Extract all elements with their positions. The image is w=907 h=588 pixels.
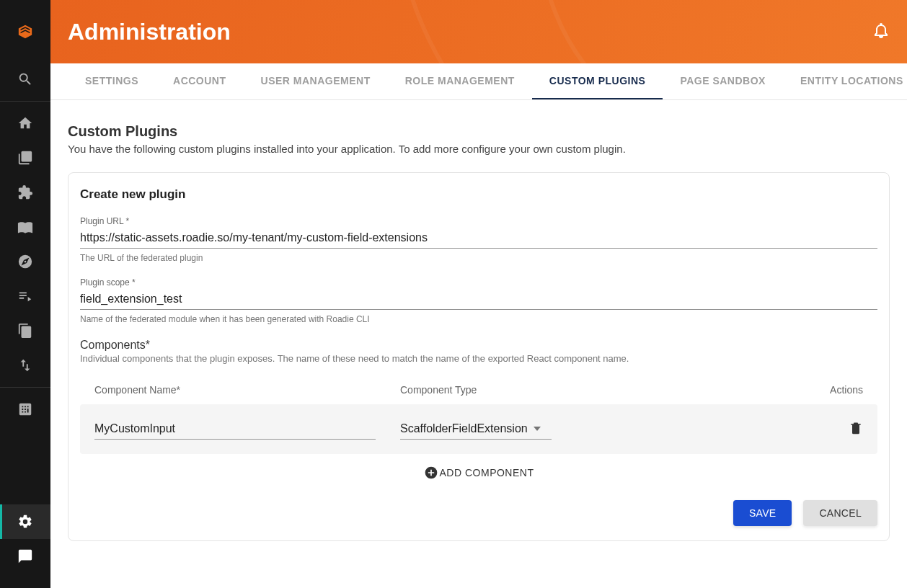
plugin-url-label: Plugin URL * <box>80 216 877 226</box>
delete-row-icon[interactable] <box>849 425 863 437</box>
component-row: ScaffolderFieldExtension <box>80 404 877 454</box>
playlist-icon[interactable] <box>0 279 50 313</box>
plugin-url-input[interactable] <box>80 228 877 249</box>
content: Custom Plugins You have the following cu… <box>50 100 907 588</box>
card-title: Create new plugin <box>80 187 877 202</box>
components-label: Components* <box>80 339 877 352</box>
tab-custom-plugins[interactable]: CUSTOM PLUGINS <box>532 63 663 99</box>
add-component-label: ADD COMPONENT <box>440 467 534 478</box>
col-name-header: Component Name* <box>94 384 400 396</box>
tabs: SETTINGS ACCOUNT USER MANAGEMENT ROLE MA… <box>50 63 907 100</box>
page-title: Custom Plugins <box>68 123 890 140</box>
component-name-input[interactable] <box>94 419 376 440</box>
save-button[interactable]: SAVE <box>733 500 792 526</box>
components-table-head: Component Name* Component Type Actions <box>80 375 877 404</box>
home-icon[interactable] <box>0 106 50 141</box>
components-help: Individual components that the plugin ex… <box>80 353 877 364</box>
component-type-select[interactable]: ScaffolderFieldExtension <box>400 419 552 440</box>
tab-entity-locations[interactable]: ENTITY LOCATIONS <box>783 63 907 99</box>
plugin-scope-input[interactable] <box>80 289 877 310</box>
explore-icon[interactable] <box>0 244 50 279</box>
tab-role-management[interactable]: ROLE MANAGEMENT <box>388 63 532 99</box>
book-icon[interactable] <box>0 210 50 244</box>
sidebar <box>0 0 50 588</box>
plugin-url-help: The URL of the federated plugin <box>80 253 877 263</box>
header: Administration <box>50 0 907 63</box>
copy-icon[interactable] <box>0 313 50 348</box>
col-type-header: Component Type <box>400 384 706 396</box>
puzzle-icon[interactable] <box>0 175 50 210</box>
page-header-title: Administration <box>68 19 231 45</box>
col-actions-header: Actions <box>706 384 863 396</box>
component-type-value: ScaffolderFieldExtension <box>400 422 528 435</box>
swap-icon[interactable] <box>0 348 50 383</box>
svg-point-0 <box>25 261 27 263</box>
logo[interactable] <box>0 14 50 49</box>
plugin-scope-help: Name of the federated module when it has… <box>80 314 877 324</box>
tab-settings[interactable]: SETTINGS <box>68 63 156 99</box>
library-icon[interactable] <box>0 141 50 175</box>
settings-icon[interactable] <box>0 504 50 539</box>
cancel-button[interactable]: CANCEL <box>803 500 877 526</box>
tab-user-management[interactable]: USER MANAGEMENT <box>244 63 388 99</box>
page-description: You have the following custom plugins in… <box>68 143 890 155</box>
notifications-icon[interactable] <box>872 22 890 42</box>
chat-icon[interactable] <box>0 539 50 574</box>
tab-page-sandbox[interactable]: PAGE SANDBOX <box>663 63 783 99</box>
dropdown-caret-icon <box>534 422 541 435</box>
add-component-button[interactable]: ADD COMPONENT <box>80 454 877 480</box>
create-plugin-card: Create new plugin Plugin URL * The URL o… <box>68 172 890 541</box>
search-icon[interactable] <box>0 62 50 97</box>
plugin-scope-label: Plugin scope * <box>80 277 877 288</box>
calculator-icon[interactable] <box>0 392 50 427</box>
tab-account[interactable]: ACCOUNT <box>156 63 244 99</box>
